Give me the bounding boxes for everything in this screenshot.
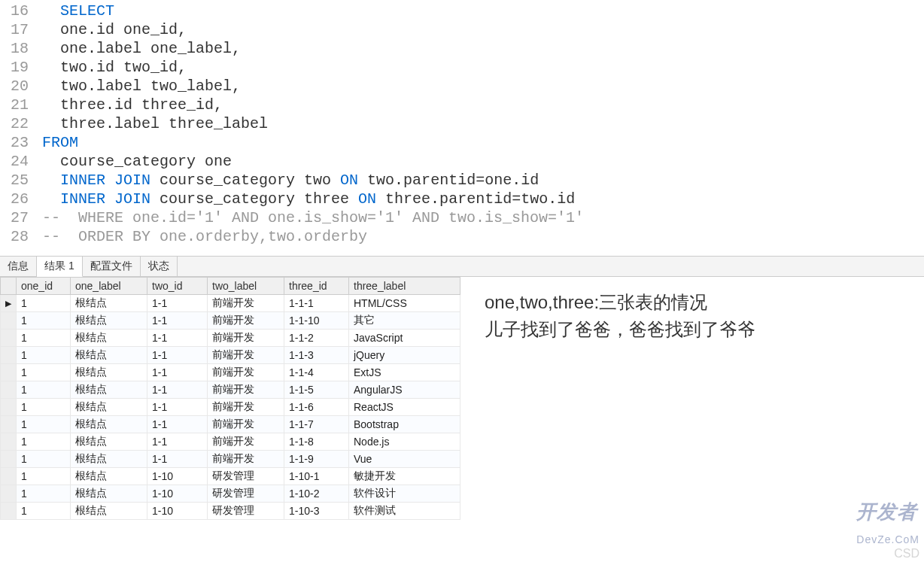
table-row[interactable]: 1根结点1-1前端开发1-1-9Vue bbox=[1, 451, 460, 468]
code-line[interactable]: 23FROM bbox=[0, 133, 924, 152]
cell[interactable]: 1 bbox=[17, 295, 71, 312]
cell[interactable]: 前端开发 bbox=[208, 416, 284, 433]
cell[interactable]: AngularJS bbox=[349, 381, 460, 399]
cell[interactable]: 根结点 bbox=[71, 468, 147, 485]
cell[interactable]: 1-1-6 bbox=[284, 399, 349, 416]
cell[interactable]: 前端开发 bbox=[208, 364, 284, 381]
cell[interactable]: Bootstrap bbox=[349, 416, 460, 433]
table-row[interactable]: 1根结点1-10研发管理1-10-1敏捷开发 bbox=[1, 468, 460, 485]
cell[interactable]: 1-1 bbox=[147, 347, 208, 364]
tab-0[interactable]: 信息 bbox=[0, 257, 37, 276]
table-row[interactable]: 1根结点1-1前端开发1-1-5AngularJS bbox=[1, 381, 460, 399]
column-header[interactable]: three_label bbox=[349, 278, 460, 295]
tab-3[interactable]: 状态 bbox=[141, 257, 178, 276]
cell[interactable]: 1-10 bbox=[147, 503, 208, 520]
cell[interactable]: 1-1-9 bbox=[284, 451, 349, 468]
cell[interactable]: 1 bbox=[17, 381, 71, 399]
code-line[interactable]: 28-- ORDER BY one.orderby,two.orderby bbox=[0, 227, 924, 246]
cell[interactable]: 1 bbox=[17, 312, 71, 330]
column-header[interactable]: two_id bbox=[147, 278, 208, 295]
cell[interactable]: 1-1-10 bbox=[284, 312, 349, 330]
cell[interactable]: 研发管理 bbox=[208, 485, 284, 503]
cell[interactable]: ReactJS bbox=[349, 399, 460, 416]
cell[interactable]: 前端开发 bbox=[208, 330, 284, 347]
table-row[interactable]: 1根结点1-10研发管理1-10-2软件设计 bbox=[1, 485, 460, 503]
cell[interactable]: ExtJS bbox=[349, 364, 460, 381]
cell[interactable]: 根结点 bbox=[71, 416, 147, 433]
cell[interactable]: 1-1 bbox=[147, 399, 208, 416]
cell[interactable]: 根结点 bbox=[71, 295, 147, 312]
cell[interactable]: JavaScript bbox=[349, 330, 460, 347]
cell[interactable]: 软件测试 bbox=[349, 503, 460, 520]
column-header[interactable]: one_id bbox=[17, 278, 71, 295]
cell[interactable]: 研发管理 bbox=[208, 468, 284, 485]
code-line[interactable]: 16 SELECT bbox=[0, 2, 924, 20]
cell[interactable]: 前端开发 bbox=[208, 399, 284, 416]
code-line[interactable]: 24 course_category one bbox=[0, 152, 924, 171]
code-line[interactable]: 20 two.label two_label, bbox=[0, 77, 924, 96]
cell[interactable]: 根结点 bbox=[71, 399, 147, 416]
cell[interactable]: 1-1-1 bbox=[284, 295, 349, 312]
cell[interactable]: 1-1 bbox=[147, 381, 208, 399]
table-row[interactable]: 1根结点1-1前端开发1-1-6ReactJS bbox=[1, 399, 460, 416]
cell[interactable]: 1-10 bbox=[147, 468, 208, 485]
cell[interactable]: 1-1-4 bbox=[284, 364, 349, 381]
tab-1[interactable]: 结果 1 bbox=[37, 257, 83, 277]
cell[interactable]: 1-1 bbox=[147, 364, 208, 381]
cell[interactable]: 1-1 bbox=[147, 433, 208, 451]
cell[interactable]: jQuery bbox=[349, 347, 460, 364]
cell[interactable]: 前端开发 bbox=[208, 433, 284, 451]
cell[interactable]: Node.js bbox=[349, 433, 460, 451]
cell[interactable]: 根结点 bbox=[71, 381, 147, 399]
cell[interactable]: 根结点 bbox=[71, 347, 147, 364]
table-row[interactable]: ▶1根结点1-1前端开发1-1-1HTML/CSS bbox=[1, 295, 460, 312]
cell[interactable]: 前端开发 bbox=[208, 451, 284, 468]
result-grid[interactable]: one_idone_labeltwo_idtwo_labelthree_idth… bbox=[0, 277, 460, 520]
cell[interactable]: 根结点 bbox=[71, 312, 147, 330]
cell[interactable]: 1 bbox=[17, 433, 71, 451]
code-line[interactable]: 17 one.id one_id, bbox=[0, 20, 924, 39]
cell[interactable]: 根结点 bbox=[71, 330, 147, 347]
cell[interactable]: 1 bbox=[17, 399, 71, 416]
code-line[interactable]: 18 one.label one_label, bbox=[0, 39, 924, 58]
cell[interactable]: Vue bbox=[349, 451, 460, 468]
cell[interactable]: 1 bbox=[17, 416, 71, 433]
cell[interactable]: 1-1 bbox=[147, 312, 208, 330]
sql-editor[interactable]: 16 SELECT17 one.id one_id,18 one.label o… bbox=[0, 0, 924, 256]
column-header[interactable]: three_id bbox=[284, 278, 349, 295]
column-header[interactable]: one_label bbox=[71, 278, 147, 295]
cell[interactable]: 1-10-2 bbox=[284, 485, 349, 503]
table-row[interactable]: 1根结点1-1前端开发1-1-2JavaScript bbox=[1, 330, 460, 347]
cell[interactable]: 前端开发 bbox=[208, 347, 284, 364]
table-row[interactable]: 1根结点1-10研发管理1-10-3软件测试 bbox=[1, 503, 460, 520]
cell[interactable]: 1-1-7 bbox=[284, 416, 349, 433]
cell[interactable]: 1 bbox=[17, 503, 71, 520]
cell[interactable]: 1-10-3 bbox=[284, 503, 349, 520]
cell[interactable]: 1-1 bbox=[147, 416, 208, 433]
code-line[interactable]: 26 INNER JOIN course_category three ON t… bbox=[0, 190, 924, 208]
cell[interactable]: 1-1-5 bbox=[284, 381, 349, 399]
cell[interactable]: 1 bbox=[17, 468, 71, 485]
cell[interactable]: 1 bbox=[17, 364, 71, 381]
table-row[interactable]: 1根结点1-1前端开发1-1-7Bootstrap bbox=[1, 416, 460, 433]
cell[interactable]: 根结点 bbox=[71, 485, 147, 503]
cell[interactable]: 1 bbox=[17, 451, 71, 468]
cell[interactable]: 1-10 bbox=[147, 485, 208, 503]
cell[interactable]: 1-10-1 bbox=[284, 468, 349, 485]
column-header[interactable]: two_label bbox=[208, 278, 284, 295]
table-row[interactable]: 1根结点1-1前端开发1-1-10其它 bbox=[1, 312, 460, 330]
cell[interactable]: 1-1 bbox=[147, 295, 208, 312]
cell[interactable]: 1-1-2 bbox=[284, 330, 349, 347]
cell[interactable]: 敏捷开发 bbox=[349, 468, 460, 485]
table-row[interactable]: 1根结点1-1前端开发1-1-3jQuery bbox=[1, 347, 460, 364]
code-line[interactable]: 19 two.id two_id, bbox=[0, 58, 924, 77]
table-row[interactable]: 1根结点1-1前端开发1-1-4ExtJS bbox=[1, 364, 460, 381]
cell[interactable]: 1-1 bbox=[147, 330, 208, 347]
cell[interactable]: 根结点 bbox=[71, 433, 147, 451]
cell[interactable]: HTML/CSS bbox=[349, 295, 460, 312]
cell[interactable]: 研发管理 bbox=[208, 503, 284, 520]
code-line[interactable]: 21 three.id three_id, bbox=[0, 96, 924, 114]
cell[interactable]: 软件设计 bbox=[349, 485, 460, 503]
cell[interactable]: 1-1-8 bbox=[284, 433, 349, 451]
cell[interactable]: 前端开发 bbox=[208, 312, 284, 330]
